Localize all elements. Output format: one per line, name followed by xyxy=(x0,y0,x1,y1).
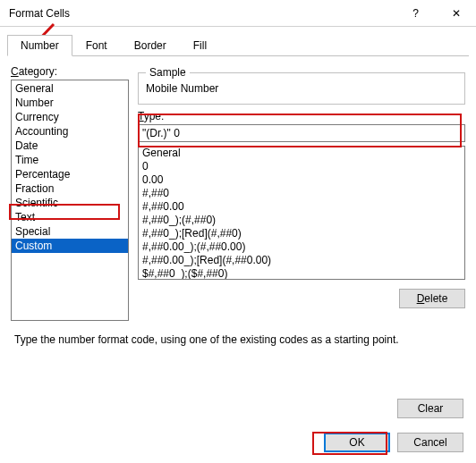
tab-border[interactable]: Border xyxy=(121,35,180,56)
list-item[interactable]: Fraction xyxy=(12,181,128,196)
cancel-button[interactable]: Cancel xyxy=(397,433,463,452)
list-item[interactable]: 0.00 xyxy=(139,173,464,187)
list-item[interactable]: Percentage xyxy=(12,167,128,181)
tab-bar: Number Font Border Fill xyxy=(7,34,469,56)
close-button[interactable]: ✕ xyxy=(436,0,476,27)
list-item[interactable]: Accounting xyxy=(12,124,128,139)
button-label: Clear xyxy=(418,402,444,415)
button-label: Cancel xyxy=(413,436,446,449)
delete-button[interactable]: Delete xyxy=(399,289,465,308)
list-item[interactable]: General xyxy=(139,147,464,160)
list-item[interactable]: #,##0.00 xyxy=(139,200,464,214)
category-listbox[interactable]: General Number Currency Accounting Date … xyxy=(11,80,129,321)
category-label: Category: xyxy=(11,65,129,78)
list-item[interactable]: Date xyxy=(12,139,128,153)
help-button[interactable]: ? xyxy=(395,0,436,27)
tab-label: Number xyxy=(21,39,59,52)
list-item[interactable]: General xyxy=(12,81,128,96)
list-item[interactable]: #,##0.00_);[Red](#,##0.00) xyxy=(139,254,464,267)
list-item[interactable]: Number xyxy=(12,96,128,110)
list-item[interactable]: #,##0.00_);(#,##0.00) xyxy=(139,240,464,254)
tab-fill[interactable]: Fill xyxy=(180,35,220,56)
sample-value: Mobile Number xyxy=(146,82,457,95)
close-icon: ✕ xyxy=(452,7,461,20)
list-item[interactable]: #,##0_);[Red](#,##0) xyxy=(139,227,464,240)
content-area: Category: General Number Currency Accoun… xyxy=(0,56,476,346)
list-item-custom[interactable]: Custom xyxy=(12,239,128,253)
format-code-listbox[interactable]: General 0 0.00 #,##0 #,##0.00 #,##0_);(#… xyxy=(138,146,465,280)
sample-box: Sample Mobile Number xyxy=(138,72,465,105)
list-item[interactable]: Scientific xyxy=(12,196,128,210)
tab-label: Fill xyxy=(193,39,207,52)
list-item[interactable]: Special xyxy=(12,224,128,239)
type-input[interactable] xyxy=(138,124,465,142)
type-label: Type: xyxy=(138,110,465,122)
ok-button[interactable]: OK xyxy=(324,433,390,452)
list-item[interactable]: 0 xyxy=(139,160,464,173)
list-item[interactable]: $#,##0_);($#,##0) xyxy=(139,267,464,280)
title-bar: Format Cells ? ✕ xyxy=(0,0,476,27)
hint-text: Type the number format code, using one o… xyxy=(14,333,462,346)
button-label: OK xyxy=(349,436,364,449)
tab-font[interactable]: Font xyxy=(72,35,121,56)
tab-label: Font xyxy=(86,39,107,52)
list-item[interactable]: Currency xyxy=(12,110,128,124)
list-item[interactable]: #,##0_);(#,##0) xyxy=(139,214,464,227)
tab-number[interactable]: Number xyxy=(7,35,72,56)
list-item[interactable]: #,##0 xyxy=(139,187,464,200)
clear-button[interactable]: Clear xyxy=(397,399,463,418)
list-item[interactable]: Time xyxy=(12,153,128,167)
help-icon: ? xyxy=(412,7,419,20)
dialog-footer: OK Cancel xyxy=(324,433,463,452)
tab-label: Border xyxy=(134,39,166,52)
window-title: Format Cells xyxy=(9,7,395,20)
sample-label: Sample xyxy=(146,66,190,79)
list-item[interactable]: Text xyxy=(12,210,128,224)
